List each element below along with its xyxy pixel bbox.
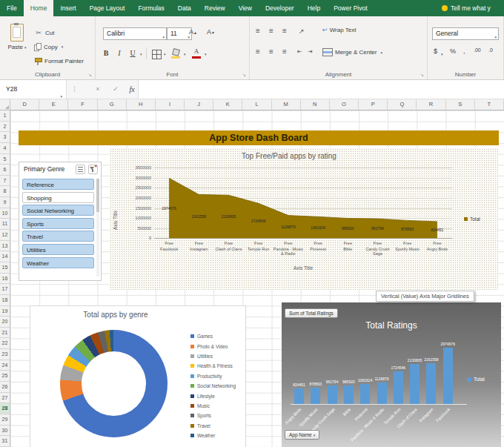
slicer-clear-filter-button[interactable]: × [88, 165, 98, 174]
align-center-icon[interactable]: ≡ [269, 47, 273, 56]
column-header-F[interactable]: F [68, 99, 97, 110]
percent-style-icon[interactable]: % [450, 47, 456, 55]
decrease-font-icon[interactable]: A▼ [207, 28, 215, 36]
column-header-S[interactable]: S [446, 99, 475, 110]
increase-indent-icon[interactable]: ⇥ [308, 47, 313, 56]
column-header-K[interactable]: K [213, 99, 242, 110]
enter-icon[interactable]: ✓ [108, 80, 123, 99]
font-size-select[interactable]: 11▾ [167, 27, 192, 40]
row-header-3[interactable]: 3 [0, 132, 10, 143]
tab-view[interactable]: View [232, 0, 259, 16]
tab-power-pivot[interactable]: Power Pivot [327, 0, 374, 16]
slicer-item-weather[interactable]: Weather [22, 257, 94, 268]
font-dialog-launcher[interactable]: ↘ [242, 72, 246, 77]
tab-insert[interactable]: Insert [53, 0, 82, 16]
legend-item-productivity[interactable]: Productivity [190, 371, 236, 381]
tab-review[interactable]: Review [198, 0, 232, 16]
column-header-O[interactable]: O [330, 99, 359, 110]
bar-chart-card[interactable]: Sum of Total Ratings Total Ratings 82445… [282, 302, 501, 447]
row-header-27[interactable]: 27 [0, 393, 10, 404]
legend-item-photo-video[interactable]: Photo & Video [190, 341, 236, 351]
tab-formulas[interactable]: Formulas [131, 0, 170, 16]
column-header-M[interactable]: M [272, 99, 301, 110]
column-header-G[interactable]: G [98, 99, 127, 110]
clipboard-dialog-launcher[interactable]: ↘ [88, 72, 92, 77]
row-header-28[interactable]: 28 [0, 403, 10, 414]
chart-legend[interactable]: Total [464, 216, 480, 222]
comma-style-icon[interactable]: , [463, 47, 465, 55]
font-name-select[interactable]: Calibri▾ [103, 27, 167, 40]
row-header-6[interactable]: 6 [0, 165, 10, 176]
alignment-dialog-launcher[interactable]: ↘ [420, 72, 424, 77]
align-middle-icon[interactable]: ≡ [269, 27, 273, 36]
donut-chart-card[interactable]: Total apps by genre GamesPhoto & VideoUt… [30, 305, 246, 447]
underline-button[interactable]: U [127, 47, 139, 59]
orientation-icon[interactable]: ↗ [299, 27, 305, 36]
row-header-30[interactable]: 30 [0, 426, 10, 437]
row-header-1[interactable]: 1 [0, 110, 10, 122]
row-header-26[interactable]: 26 [0, 382, 10, 393]
align-right-icon[interactable]: ≡ [282, 47, 287, 56]
column-header-D[interactable]: D [10, 99, 39, 110]
legend-item-utilities[interactable]: Utilities [190, 351, 236, 361]
chevron-down-icon[interactable]: ▾ [164, 52, 166, 56]
row-header-15[interactable]: 15 [0, 262, 10, 274]
row-header-9[interactable]: 9 [0, 197, 10, 208]
format-painter-button[interactable]: Format Painter [34, 55, 84, 67]
legend-item-sports[interactable]: Sports [190, 411, 236, 420]
column-header-H[interactable]: H [127, 99, 156, 110]
column-header-E[interactable]: E [39, 99, 68, 110]
font-color-icon[interactable]: A [192, 47, 201, 59]
legend-item-social-networking[interactable]: Social Networking [190, 381, 236, 391]
insert-function-icon[interactable]: fx [125, 80, 139, 99]
chevron-down-icon[interactable]: ▾ [184, 52, 186, 56]
align-bottom-icon[interactable]: ≡ [282, 27, 287, 36]
tab-help[interactable]: Help [301, 0, 327, 16]
row-header-22[interactable]: 22 [0, 338, 10, 349]
bar-candy-crush-saga[interactable] [328, 385, 337, 404]
column-header-J[interactable]: J [185, 99, 213, 110]
slicer-item-reference[interactable]: Reference [22, 179, 94, 190]
tab-page-layout[interactable]: Page Layout [83, 0, 132, 16]
area-chart[interactable]: Top Free/Paid apps by rating Axis Title … [110, 148, 498, 290]
row-header-23[interactable]: 23 [0, 349, 10, 360]
row-header-7[interactable]: 7 [0, 176, 10, 187]
slicer-multiselect-button[interactable] [76, 165, 85, 174]
chevron-down-icon[interactable]: ▾ [205, 52, 207, 56]
column-header-L[interactable]: L [242, 99, 271, 110]
name-box[interactable]: Y28▾ [0, 80, 67, 99]
chevron-down-icon[interactable]: ▾ [441, 52, 443, 56]
bar-instagram[interactable] [426, 363, 436, 404]
wrap-text-button[interactable]: ↩Wrap Text [322, 27, 356, 33]
row-header-5[interactable]: 5 [0, 154, 10, 165]
legend-item-weather[interactable]: Weather [190, 431, 236, 440]
tab-file[interactable]: File [0, 0, 24, 16]
chevron-down-icon[interactable]: ▾ [140, 52, 142, 56]
slicer-item-social-networking[interactable]: Social Networking [22, 205, 94, 216]
align-top-icon[interactable]: ≡ [256, 27, 260, 36]
slicer-item-sports[interactable]: Sports [22, 218, 94, 229]
decrease-decimal-icon[interactable]: .0 [488, 47, 493, 53]
tab-data[interactable]: Data [171, 0, 198, 16]
legend-item-games[interactable]: Games [190, 331, 236, 341]
tab-home[interactable]: Home [24, 0, 54, 16]
row-header-24[interactable]: 24 [0, 360, 10, 371]
accounting-format-icon[interactable]: $ [434, 47, 437, 55]
row-header-25[interactable]: 25 [0, 371, 10, 382]
bar-angry-birds[interactable] [294, 388, 304, 404]
copy-button[interactable]: Copy▾ [34, 41, 63, 53]
bar-pinterest[interactable] [360, 384, 370, 404]
bar-legend[interactable]: Total [467, 377, 485, 382]
legend-item-lifestyle[interactable]: Lifestyle [190, 391, 236, 400]
column-header-N[interactable]: N [301, 99, 330, 110]
increase-font-icon[interactable]: A▲ [189, 28, 197, 36]
bar-facebook[interactable] [443, 348, 453, 404]
row-header-17[interactable]: 17 [0, 284, 10, 295]
bar-pandora-music-radio[interactable] [377, 383, 387, 404]
formula-input[interactable] [138, 80, 504, 99]
borders-icon[interactable] [152, 50, 162, 59]
merge-center-button[interactable]: Merge & Center▾ [322, 48, 382, 56]
number-format-select[interactable]: General▾ [432, 27, 499, 40]
row-header-21[interactable]: 21 [0, 328, 10, 339]
tab-developer[interactable]: Developer [259, 0, 301, 16]
